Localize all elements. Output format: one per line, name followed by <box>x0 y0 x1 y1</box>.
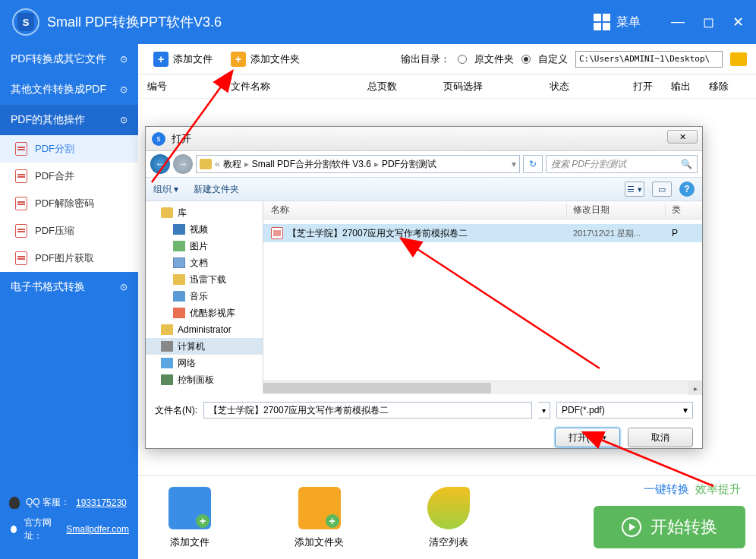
maximize-button[interactable]: ◻ <box>703 14 714 30</box>
bottom-bar: 添加文件 添加文件夹 清空列表 一键转换 效率提升 开始转换 <box>138 475 756 559</box>
sidebar-item-pdf-extract-images[interactable]: PDF图片获取 <box>0 245 138 272</box>
radio-original-folder[interactable] <box>458 55 467 64</box>
broom-icon <box>427 487 470 529</box>
ie-icon <box>9 524 18 535</box>
sidebar-item-pdf-compress[interactable]: PDF压缩 <box>0 217 138 245</box>
big-add-folder-button[interactable]: 添加文件夹 <box>295 487 344 549</box>
search-icon: 🔍 <box>681 159 692 169</box>
tree-music[interactable]: 音乐 <box>146 288 263 305</box>
pdf-icon <box>15 224 27 238</box>
pdf-icon <box>15 251 27 265</box>
computer-icon <box>161 341 173 352</box>
tree-pictures[interactable]: 图片 <box>146 238 263 254</box>
sidebar-footer: QQ 客服：1933175230 官方网址：Smallpdfer.com <box>0 487 138 559</box>
file-open-dialog: s 打开 ✕ ← → « 教程▸ Small PDF合并分割软件 V3.6▸ P… <box>145 126 703 449</box>
dialog-titlebar: s 打开 ✕ <box>146 127 702 151</box>
radio-custom-folder[interactable] <box>521 55 531 64</box>
tree-documents[interactable]: 文档 <box>146 254 263 271</box>
titlebar: S Small PDF转换PPT软件V3.6 菜单 — ◻ ✕ <box>0 0 756 44</box>
dialog-close-button[interactable]: ✕ <box>667 130 698 144</box>
add-file-button[interactable]: +添加文件 <box>147 49 219 70</box>
folder-icon <box>200 159 212 169</box>
big-clear-button[interactable]: 清空列表 <box>427 487 470 549</box>
dialog-toolbar: 组织 ▾ 新建文件夹 ☰ ▾ ▭ ? <box>146 177 702 201</box>
tree-administrator[interactable]: Administrator <box>146 321 263 338</box>
pdf-icon <box>15 169 27 183</box>
sidebar: PDF转换成其它文件⊙ 其他文件转换成PDF⊙ PDF的其他操作⊙ PDF分割 … <box>0 44 138 559</box>
tree-computer[interactable]: 计算机 <box>146 338 263 355</box>
tree-downloads[interactable]: 迅雷下载 <box>146 271 263 288</box>
network-icon <box>161 358 173 368</box>
view-preview-button[interactable]: ▭ <box>652 182 672 197</box>
library-icon <box>161 207 173 218</box>
minimize-button[interactable]: — <box>671 14 685 30</box>
picture-icon <box>173 241 185 251</box>
chevron-right-icon: ⊙ <box>120 84 128 95</box>
tree-videos[interactable]: 视频 <box>146 221 263 238</box>
filetype-select[interactable]: PDF(*.pdf)▾ <box>556 402 693 418</box>
open-button[interactable]: 打开(O)▾ <box>555 428 620 447</box>
breadcrumb[interactable]: « 教程▸ Small PDF合并分割软件 V3.6▸ PDF分割测试 ▾ <box>196 155 520 173</box>
filename-label: 文件名(N): <box>155 404 197 417</box>
youku-icon <box>173 308 185 318</box>
music-icon <box>173 291 185 302</box>
slogan: 一键转换 效率提升 <box>644 482 741 497</box>
pdf-icon <box>15 142 27 156</box>
close-button[interactable]: ✕ <box>732 14 744 30</box>
user-folder-icon <box>161 324 173 335</box>
table-header: 编号 文件名称 总页数 页码选择 状态 打开 输出 移除 <box>138 74 756 99</box>
toolbar: +添加文件 +添加文件夹 输出目录： 原文件夹 自定义 <box>138 44 756 74</box>
video-icon <box>173 224 185 235</box>
nav-forward-button[interactable]: → <box>173 154 193 174</box>
sidebar-cat-ebook[interactable]: 电子书格式转换⊙ <box>0 272 138 302</box>
scroll-right-button[interactable]: ▸ <box>688 381 702 395</box>
cancel-button[interactable]: 取消 <box>628 428 693 447</box>
plus-icon: + <box>153 52 169 67</box>
start-convert-button[interactable]: 开始转换 <box>594 506 745 548</box>
browse-folder-button[interactable] <box>730 52 747 66</box>
app-small-icon: s <box>152 132 165 146</box>
tree-network[interactable]: 网络 <box>146 355 263 371</box>
document-icon <box>173 257 185 268</box>
folder-tree: 库 视频 图片 文档 迅雷下载 音乐 优酷影视库 Administrator 计… <box>146 201 263 394</box>
sidebar-item-pdf-split[interactable]: PDF分割 <box>0 135 138 163</box>
big-add-file-button[interactable]: 添加文件 <box>169 487 211 549</box>
sidebar-cat-convert-from-pdf[interactable]: PDF转换成其它文件⊙ <box>0 44 138 74</box>
sidebar-item-pdf-merge[interactable]: PDF合并 <box>0 163 138 190</box>
nav-back-button[interactable]: ← <box>150 154 170 174</box>
organize-menu[interactable]: 组织 ▾ <box>153 183 178 196</box>
chevron-down-icon: ⊙ <box>120 115 128 125</box>
help-button[interactable]: ? <box>679 182 695 197</box>
file-plus-icon <box>169 487 211 529</box>
website-link[interactable]: Smallpdfer.com <box>66 524 129 535</box>
play-icon <box>622 517 641 537</box>
search-input[interactable]: 搜索 PDF分割测试🔍 <box>546 155 698 173</box>
pdf-file-icon <box>271 227 283 239</box>
sidebar-cat-convert-to-pdf[interactable]: 其他文件转换成PDF⊙ <box>0 74 138 105</box>
output-label: 输出目录： <box>401 52 450 66</box>
menu-button[interactable]: 菜单 <box>594 14 641 30</box>
output-path-input[interactable] <box>575 51 723 68</box>
qq-icon <box>9 497 20 509</box>
view-list-button[interactable]: ☰ ▾ <box>625 182 644 197</box>
add-folder-button[interactable]: +添加文件夹 <box>225 49 306 70</box>
download-icon <box>173 274 185 285</box>
new-folder-button[interactable]: 新建文件夹 <box>194 183 239 196</box>
sidebar-cat-pdf-ops[interactable]: PDF的其他操作⊙ <box>0 105 138 135</box>
filename-input[interactable] <box>203 402 532 418</box>
sidebar-item-pdf-unlock[interactable]: PDF解除密码 <box>0 190 138 217</box>
refresh-button[interactable]: ↻ <box>523 155 543 173</box>
tree-control-panel[interactable]: 控制面板 <box>146 371 263 388</box>
filename-dropdown[interactable]: ▾ <box>538 402 550 418</box>
file-row[interactable]: 【芝士学院】27007应用文写作考前模拟卷二 2017\12\21 星期... … <box>263 224 702 242</box>
pdf-icon <box>15 197 27 210</box>
chevron-right-icon: ⊙ <box>120 282 128 292</box>
chevron-right-icon: ⊙ <box>120 54 128 65</box>
tree-libraries[interactable]: 库 <box>146 204 263 221</box>
tree-youku[interactable]: 优酷影视库 <box>146 305 263 321</box>
list-header: 名称 修改日期 类 <box>263 201 702 219</box>
app-title: Small PDF转换PPT软件V3.6 <box>47 13 594 31</box>
grid-icon <box>594 14 610 30</box>
qq-link[interactable]: 1933175230 <box>76 497 127 508</box>
horizontal-scrollbar[interactable]: ▸ <box>263 381 702 394</box>
